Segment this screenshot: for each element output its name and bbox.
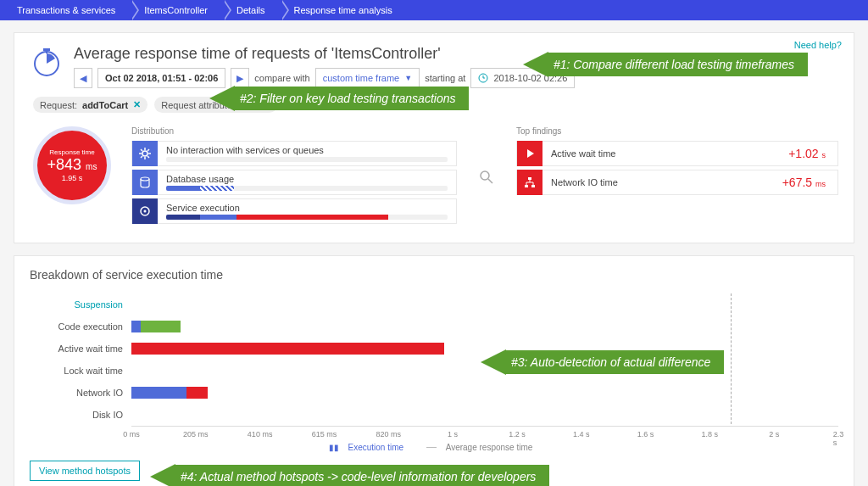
svg-point-15: [144, 210, 147, 213]
distribution-row[interactable]: No interaction with services or queues: [131, 141, 457, 166]
response-time-card: Need help? Average response time of requ…: [14, 32, 854, 243]
x-tick: 1.4 s: [573, 430, 590, 439]
x-tick: 1 s: [448, 430, 458, 439]
play-icon: [517, 141, 542, 166]
view-method-hotspots-button[interactable]: View method hotspots: [30, 461, 140, 481]
avg-response-line: [731, 293, 732, 424]
svg-rect-18: [528, 177, 531, 180]
stopwatch-icon: [30, 45, 64, 79]
timeframe-label[interactable]: Oct 02 2018, 01:51 - 02:06: [97, 68, 225, 88]
database-icon: [132, 170, 158, 195]
x-tick: 1.8 s: [702, 430, 719, 439]
prev-timeframe-button[interactable]: ◀: [74, 68, 92, 88]
breakdown-card: Breakdown of service execution time Susp…: [14, 255, 854, 486]
starting-at-field[interactable]: 2018-10-02 02:26: [470, 68, 575, 88]
distribution-row[interactable]: Service execution: [131, 198, 457, 224]
x-tick: 615 ms: [312, 430, 337, 439]
svg-line-11: [141, 156, 142, 158]
svg-point-4: [142, 151, 147, 156]
x-tick: 1.6 s: [637, 430, 654, 439]
svg-point-16: [481, 171, 489, 180]
x-tick: 2 s: [769, 430, 779, 439]
close-icon[interactable]: ✕: [133, 99, 141, 110]
chart-legend: ▮▮ Execution time ┄┄ Average response ti…: [30, 443, 838, 452]
chart-category[interactable]: Network IO: [30, 382, 123, 404]
response-time-circle: Response time +843 ms 1.95 s: [33, 126, 111, 204]
filter-tags: Request: addToCart ✕ Request attribute: …: [30, 97, 838, 113]
x-tick: 820 ms: [376, 430, 402, 439]
compare-with-label: compare with: [254, 73, 309, 83]
top-findings-label: Top findings: [516, 126, 838, 136]
magnify-icon[interactable]: [474, 126, 499, 227]
breadcrumb-item[interactable]: ItemsController: [131, 0, 223, 20]
breadcrumb-item[interactable]: Details: [223, 0, 281, 20]
gear-icon: [132, 141, 158, 166]
breakdown-chart: Suspension Code execution Active wait ti…: [30, 293, 838, 441]
x-axis: 0 ms205 ms410 ms615 ms820 ms1 s1.2 s1.4 …: [131, 426, 838, 441]
svg-rect-20: [531, 185, 535, 187]
chart-category[interactable]: Active wait time: [30, 338, 123, 360]
breadcrumb-item[interactable]: Transactions & services: [3, 0, 131, 20]
page-title: Average response time of requests of 'It…: [74, 45, 838, 63]
svg-line-9: [141, 149, 142, 151]
compare-mode-dropdown[interactable]: custom time frame▼: [315, 68, 420, 88]
svg-rect-1: [43, 48, 50, 51]
annotation-4: #4: Actual method hotspots -> code-level…: [150, 464, 549, 486]
svg-point-13: [141, 177, 149, 181]
service-icon: [132, 198, 158, 224]
svg-line-17: [488, 179, 492, 183]
x-tick: 0 ms: [123, 430, 140, 439]
chevron-down-icon: ▼: [404, 74, 412, 82]
breadcrumb-item[interactable]: Response time analysis: [281, 0, 408, 20]
top-findings-section: Top findings Active wait time +1.02 s Ne…: [516, 126, 838, 227]
breakdown-title: Breakdown of service execution time: [30, 268, 838, 282]
breadcrumb: Transactions & services ItemsController …: [0, 0, 868, 20]
network-icon: [517, 170, 542, 195]
chart-category[interactable]: Suspension: [30, 293, 123, 316]
x-tick: 2.3 s: [833, 430, 844, 447]
svg-line-10: [147, 156, 149, 158]
distribution-label: Distribution: [131, 126, 457, 136]
svg-line-12: [147, 149, 149, 151]
distribution-row[interactable]: Database usage: [131, 170, 457, 195]
starting-at-label: starting at: [425, 73, 465, 83]
chart-category[interactable]: Lock wait time: [30, 360, 123, 382]
next-timeframe-button[interactable]: ▶: [231, 68, 249, 88]
filter-tag[interactable]: Request: addToCart ✕: [33, 97, 147, 113]
finding-row[interactable]: Network IO time +67.5 ms: [516, 170, 838, 195]
chart-category[interactable]: Code execution: [30, 316, 123, 338]
svg-rect-19: [525, 185, 528, 187]
close-icon[interactable]: ✕: [263, 99, 270, 110]
distribution-section: Distribution No interaction with service…: [131, 126, 457, 227]
filter-tag[interactable]: Request attribute: LTN ✕: [154, 97, 276, 113]
chart-category[interactable]: Disk IO: [30, 404, 123, 426]
x-tick: 205 ms: [183, 430, 209, 439]
x-tick: 410 ms: [248, 430, 273, 439]
help-link[interactable]: Need help?: [794, 40, 842, 50]
clock-icon: [478, 73, 488, 83]
x-tick: 1.2 s: [509, 430, 526, 439]
finding-row[interactable]: Active wait time +1.02 s: [516, 141, 838, 166]
